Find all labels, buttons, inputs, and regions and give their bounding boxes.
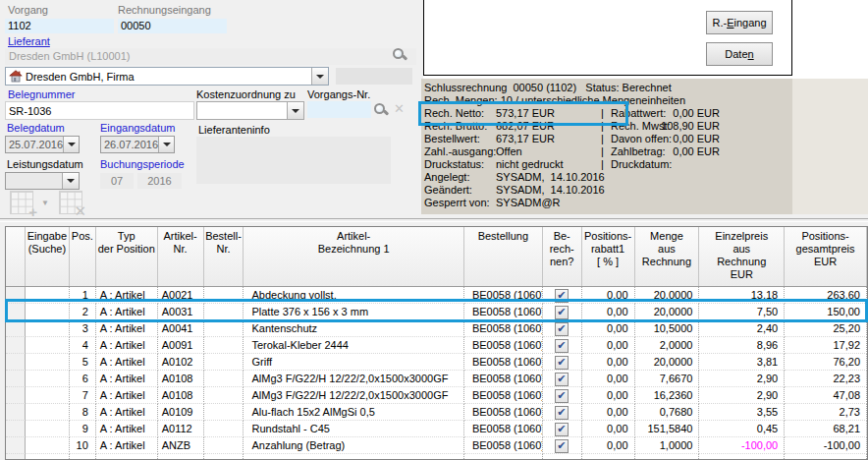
vorgangsnr-field[interactable] bbox=[307, 101, 371, 118]
col-header-einzelpreis[interactable]: Einzelpreis aus Rechnung EUR bbox=[699, 227, 785, 286]
table-row[interactable]: 9A : ArtikelA0112Rundstahl - C45BE0058 (… bbox=[6, 421, 867, 437]
cell-einzelpreis: 0,45 bbox=[699, 421, 785, 437]
leistungsdatum-label: Leistungsdatum bbox=[7, 158, 83, 170]
cell-pos: 9 bbox=[70, 421, 96, 437]
table-row[interactable]: 4A : ArtikelA0091Terokal-Kleber 2444BE00… bbox=[6, 337, 867, 354]
status-row-value: SYSADM@R bbox=[496, 197, 561, 208]
lieferant-search-icon[interactable] bbox=[392, 47, 407, 63]
delete-position-button[interactable]: ✕ bbox=[59, 191, 82, 214]
table-row[interactable]: 5A : ArtikelA0102GriffBE0058 (1060)0,002… bbox=[6, 354, 867, 371]
table-row[interactable]: 2A : ArtikelA0031Platte 376 x 156 x 3 mm… bbox=[6, 304, 867, 320]
row-selector-cell[interactable] bbox=[6, 404, 26, 421]
col-header-menge[interactable]: Menge aus Rechnung bbox=[635, 227, 700, 286]
cell-gesamtpreis: 68,21 bbox=[785, 421, 867, 437]
cell-pos: 3 bbox=[70, 320, 96, 337]
row-selector-cell[interactable] bbox=[6, 320, 26, 337]
berechnen-checkbox[interactable] bbox=[555, 322, 569, 336]
belegdatum-value: 25.07.2016 bbox=[6, 137, 63, 152]
col-header-gesamtpreis[interactable]: Positions- gesamtpreis EUR bbox=[785, 227, 867, 286]
kostenzuordnung-combobox[interactable] bbox=[196, 101, 304, 120]
belegdatum-select[interactable]: 25.07.2016 bbox=[5, 136, 80, 153]
cell-bezeichnung: Alu-flach 15x2 AlMgSi 0,5 bbox=[244, 404, 463, 421]
daten-label-pre: Date bbox=[725, 48, 747, 60]
row-selector-cell[interactable] bbox=[6, 304, 26, 320]
berechnen-checkbox[interactable] bbox=[555, 306, 569, 319]
table-header-row: Eingabe (Suche)Pos.Typ der PositionArtik… bbox=[6, 227, 867, 287]
eingangsdatum-value: 26.07.2016 bbox=[101, 137, 158, 152]
table-row[interactable]: 8A : ArtikelA0109Alu-flach 15x2 AlMgSi 0… bbox=[6, 404, 867, 421]
table-row[interactable]: 10A : ArtikelANZBAnzahlung (Betrag)BE005… bbox=[6, 437, 867, 454]
berechnen-checkbox[interactable] bbox=[555, 423, 569, 436]
vorgangsnr-search-icon[interactable] bbox=[373, 102, 389, 118]
cell-bestellnr bbox=[204, 454, 244, 460]
berechnen-checkbox[interactable] bbox=[555, 389, 569, 403]
berechnen-checkbox[interactable] bbox=[555, 406, 569, 420]
positions-table: Eingabe (Suche)Pos.Typ der PositionArtik… bbox=[5, 226, 868, 460]
cell-bestellnr bbox=[204, 354, 244, 371]
col-header-bestellnr[interactable]: Bestell- Nr. bbox=[204, 227, 244, 286]
cell-bestellnr bbox=[204, 320, 244, 337]
row-selector-cell[interactable] bbox=[6, 287, 26, 304]
eingangsdatum-dropdown-button[interactable] bbox=[158, 137, 174, 152]
cell-eingabe bbox=[26, 304, 70, 320]
status-row: Rech. Netto:573,17 EUR|Rabattwert:0,00 E… bbox=[421, 107, 792, 120]
berechnen-checkbox[interactable] bbox=[555, 339, 569, 353]
cell-gesamtpreis: 47,08 bbox=[785, 387, 867, 404]
col-header-bezeichnung[interactable]: Artikel- Bezeichnung 1 bbox=[244, 227, 463, 286]
col-header-typ[interactable]: Typ der Position bbox=[96, 227, 158, 286]
table-row[interactable]: 6A : ArtikelA0108AlMg3 F/G22/H 12/22/2,0… bbox=[6, 371, 867, 387]
firma-dropdown-button[interactable] bbox=[311, 68, 328, 85]
status-row-label: Angelegt: bbox=[424, 171, 469, 183]
belegdatum-dropdown-button[interactable] bbox=[63, 137, 79, 152]
status-row: Zahl.-ausgang:Offen|Zahlbetrag:0,00 EUR bbox=[421, 145, 792, 158]
berechnen-checkbox[interactable] bbox=[555, 289, 569, 303]
col-header-berechnen[interactable]: Be- rech- nen? bbox=[543, 227, 582, 286]
col-header-artikelnr[interactable]: Artikel- Nr. bbox=[158, 227, 204, 286]
vorgangsnr-clear-icon[interactable]: ✕ bbox=[394, 101, 405, 116]
firma-combobox[interactable]: Dresden GmbH, Firma bbox=[5, 67, 329, 86]
row-selector-cell[interactable] bbox=[6, 354, 26, 371]
add-position-dropdown-icon[interactable]: ▼ bbox=[41, 199, 49, 207]
col-header-bestellung[interactable]: Bestellung bbox=[464, 227, 543, 286]
lieferant-link[interactable]: Lieferant bbox=[8, 35, 50, 47]
cell-einzelpreis: 13,18 bbox=[699, 287, 785, 304]
table-row[interactable]: 3A : ArtikelA0041KantenschutzBE0058 (106… bbox=[6, 320, 867, 337]
cell-bezeichnung: Abdeckung vollst. bbox=[244, 287, 463, 304]
daten-button[interactable]: Daten bbox=[706, 42, 773, 66]
kostenzuordnung-dropdown-button[interactable] bbox=[287, 102, 303, 119]
row-selector-cell[interactable] bbox=[6, 437, 26, 454]
table-row[interactable]: 7A : ArtikelA0108AlMg3 F/G22/H 12/22/2,0… bbox=[6, 387, 867, 404]
r-eingang-label-pre: R.- bbox=[712, 17, 727, 29]
row-selector-cell[interactable] bbox=[6, 421, 26, 437]
row-selector-cell[interactable] bbox=[6, 337, 26, 354]
row-selector-cell[interactable] bbox=[6, 371, 26, 387]
cell-bestellnr bbox=[204, 404, 244, 421]
row-selector-cell[interactable] bbox=[6, 387, 26, 404]
belegnummer-input[interactable] bbox=[5, 101, 194, 120]
eingangsdatum-select[interactable]: 26.07.2016 bbox=[100, 136, 175, 153]
cell-bestellung: BE0058 (1060) bbox=[464, 354, 543, 371]
cell-gesamtpreis: 2,73 bbox=[785, 404, 867, 421]
table-row[interactable]: 1A : ArtikelA0021Abdeckung vollst.BE0058… bbox=[6, 287, 867, 304]
add-position-button[interactable]: + bbox=[10, 191, 33, 214]
leistungsdatum-dropdown-button[interactable] bbox=[62, 173, 79, 189]
berechnen-checkbox[interactable] bbox=[555, 373, 569, 386]
cell-bezeichnung: AlMg3 F/G22/H 12/22/2,0x1500x3000GF bbox=[244, 371, 463, 387]
cell-menge: 20,0000 bbox=[635, 287, 700, 304]
lieferanteninfo-textarea[interactable] bbox=[196, 137, 391, 184]
cell-typ: A : Artikel bbox=[96, 320, 158, 337]
cell-artikelnr: A0102 bbox=[158, 354, 204, 371]
status-row-label: Geändert: bbox=[424, 184, 472, 196]
cell-bestellung: BE0058 (1060) bbox=[464, 304, 543, 320]
berechnen-checkbox[interactable] bbox=[555, 356, 569, 370]
col-header-rabatt[interactable]: Positions- rabatt1 [ % ] bbox=[582, 227, 635, 286]
row-selector-cell[interactable] bbox=[6, 454, 26, 460]
table-row[interactable] bbox=[6, 454, 867, 460]
col-header-eingabe[interactable]: Eingabe (Suche) bbox=[26, 227, 70, 286]
r-eingang-button[interactable]: R.-Eingang bbox=[706, 11, 773, 34]
leistungsdatum-select[interactable] bbox=[5, 172, 80, 190]
cell-rabatt: 0,00 bbox=[582, 304, 635, 320]
berechnen-checkbox[interactable] bbox=[555, 439, 569, 453]
cell-bestellnr bbox=[204, 337, 244, 354]
col-header-pos[interactable]: Pos. bbox=[70, 227, 96, 286]
